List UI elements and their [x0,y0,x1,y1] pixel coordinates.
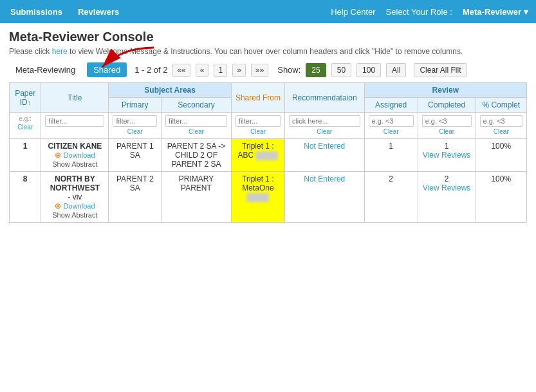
pagination-last[interactable]: »» [251,64,268,77]
row2-shared-from-text: Triplet 1 : MetaOne [242,174,274,192]
table-row: 8 NORTH BY NORTHWEST - viv ⊕ Download Sh… [10,172,527,223]
filter-assigned-input[interactable] [369,115,414,127]
row1-view-reviews[interactable]: View Reviews [423,151,470,160]
col-header-primary[interactable]: Primary [109,98,162,113]
controls-row: Meta-Reviewing Shared 1 - 2 of 2 «« « 1 … [9,62,527,77]
pagination-info: 1 - 2 of 2 [134,65,167,75]
row1-percent: 100% [476,139,526,172]
filter-recommendation-cell: Clear [284,113,364,139]
col-header-shared-from[interactable]: Shared From [231,83,284,113]
help-center-link[interactable]: Help Center [331,7,375,17]
row1-recommendation: Not Entered [284,139,364,172]
filter-percent-cell: Clear [476,113,526,139]
row1-paperid: 1 [10,139,41,172]
filter-shared-from-cell: Clear [231,113,284,139]
row2-completed: 2 View Reviews [418,172,476,223]
top-navigation: Submissions Reviewers Help Center Select… [0,0,536,23]
row1-shared-from: Triplet 1 : ABC [231,139,284,172]
row2-download-link[interactable]: Download [64,202,95,210]
row2-percent: 100% [476,172,526,223]
clear-completed[interactable]: Clear [439,128,454,135]
nav-left: Submissions Reviewers [8,2,122,22]
filter-secondary-input[interactable] [165,115,227,127]
row1-download-icon: ⊕ [55,151,61,160]
filter-completed-input[interactable] [422,115,472,127]
pagination-first[interactable]: «« [172,64,190,77]
row2-subtitle: - viv [45,192,104,201]
page-title: Meta-Reviewer Console [9,30,527,44]
pagination-prev[interactable]: « [196,64,209,77]
row1-primary: PARENT 1 SA [109,139,162,172]
col-header-recommendation[interactable]: Recommendataion [284,83,364,113]
role-dropdown[interactable]: Meta-Reviewer [463,7,528,17]
nav-right: Help Center Select Your Role : Meta-Revi… [331,7,528,17]
clear-assigned[interactable]: Clear [384,128,399,135]
col-group-subject-areas: Subject Areas [109,83,231,98]
filter-percent-input[interactable] [480,115,522,127]
show-all[interactable]: All [386,63,406,77]
row2-primary: PARENT 2 SA [109,172,162,223]
col-group-review: Review [364,83,526,98]
row2-assigned: 2 [364,172,418,223]
clear-shared-from[interactable]: Clear [250,128,266,135]
filter-primary-input[interactable] [113,115,157,127]
show-label: Show: [277,65,300,75]
filter-title-input[interactable] [45,115,104,127]
show-25[interactable]: 25 [306,63,326,77]
row1-shared-from-blurred [255,151,278,160]
filter-secondary-cell: Clear [162,113,232,139]
main-content: Meta-Reviewer Console Please click here … [0,23,536,229]
row1-assigned: 1 [364,139,418,172]
row1-show-abstract[interactable]: Show Abstract [52,160,97,168]
filter-paperid-cell: e.g.: Clear [10,113,41,139]
pagination-page[interactable]: 1 [214,64,227,77]
filter-title-cell [41,113,109,139]
clear-paperid[interactable]: Clear [17,124,33,131]
data-table: Paper ID↑ Title Subject Areas Shared Fro… [9,82,527,223]
row2-download-icon: ⊕ [55,201,61,210]
col-header-secondary[interactable]: Secondary [162,98,232,113]
clear-primary[interactable]: Clear [127,128,143,135]
row1-title: CITIZEN KANE ⊕ Download Show Abstract [41,139,109,172]
col-header-completed[interactable]: Completed [418,98,476,113]
nav-reviewers[interactable]: Reviewers [75,2,122,22]
row1-download-link[interactable]: Download [64,151,95,159]
pagination-next[interactable]: » [232,64,246,77]
clear-secondary[interactable]: Clear [189,128,204,135]
row1-secondary: PARENT 2 SA -> CHILD 2 OF PARENT 2 SA [162,139,232,172]
col-header-title[interactable]: Title [41,83,109,113]
col-header-percent[interactable]: % Complet [476,98,526,113]
row2-view-reviews[interactable]: View Reviews [423,183,470,192]
col-header-assigned[interactable]: Assigned [364,98,418,113]
filter-recommendation-input[interactable] [289,115,360,127]
table-row: 1 CITIZEN KANE ⊕ Download Show Abstract … [10,139,527,172]
col-header-paperid[interactable]: Paper ID↑ [10,83,41,113]
row1-title-text: CITIZEN KANE [45,142,104,151]
show-50[interactable]: 50 [331,63,351,77]
filter-shared-from-input[interactable] [236,115,281,127]
instructions-link[interactable]: here [52,47,68,56]
tab-shared[interactable]: Shared [87,62,127,77]
clear-all-filters[interactable]: Clear All Filt [414,63,467,77]
filter-primary-cell: Clear [109,113,162,139]
row2-title: NORTH BY NORTHWEST - viv ⊕ Download Show… [41,172,109,223]
filter-completed-cell: Clear [418,113,476,139]
row1-completed: 1 View Reviews [418,139,476,172]
row2-title-text: NORTH BY NORTHWEST [45,174,104,192]
clear-recommendation[interactable]: Clear [317,128,332,135]
tab-meta-reviewing[interactable]: Meta-Reviewing [9,62,82,77]
nav-submissions[interactable]: Submissions [8,2,65,22]
clear-percent[interactable]: Clear [494,128,509,135]
row2-shared-from-blurred [246,193,269,202]
row2-paperid: 8 [10,172,41,223]
show-100[interactable]: 100 [356,63,381,77]
row2-shared-from: Triplet 1 : MetaOne [231,172,284,223]
select-role-label: Select Your Role : [386,7,452,17]
row2-show-abstract[interactable]: Show Abstract [52,211,97,219]
filter-assigned-cell: Clear [364,113,418,139]
row2-recommendation: Not Entered [284,172,364,223]
instructions: Please click here to view Welcome Messag… [9,47,527,56]
row2-secondary: PRIMARY PARENT [162,172,232,223]
